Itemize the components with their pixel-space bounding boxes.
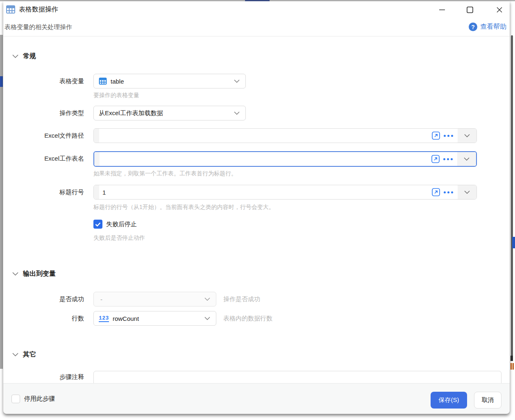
- chevron-down-icon: [204, 317, 210, 320]
- check-icon: [95, 222, 101, 227]
- cancel-button[interactable]: 取消: [474, 392, 501, 409]
- ellipsis-icon: [447, 191, 449, 193]
- ellipsis-icon: [444, 191, 446, 193]
- label-excel-file-path: Excel文件路径: [3, 128, 84, 143]
- chevron-down-icon: [12, 54, 18, 58]
- success-variable-value: -: [100, 296, 102, 303]
- maximize-icon: [466, 6, 474, 14]
- section-header-output[interactable]: 输出到变量: [12, 270, 56, 278]
- label-table-variable: 表格变量: [3, 74, 84, 89]
- footer-buttons: 保存(S) 取消: [431, 392, 501, 409]
- ellipsis-icon: [447, 158, 449, 160]
- more-options-button[interactable]: [444, 135, 453, 137]
- help-link[interactable]: 查看帮助: [469, 23, 506, 31]
- titlebar: 表格数据操作: [3, 1, 510, 19]
- ellipsis-icon: [451, 191, 453, 193]
- disable-step-label: 停用此步骤: [24, 395, 55, 403]
- label-excel-sheet-name: Excel工作表名: [3, 151, 84, 166]
- background-fragment: [510, 363, 514, 370]
- table-variable-value: table: [111, 78, 124, 85]
- chevron-down-icon: [464, 157, 470, 161]
- more-options-button[interactable]: [443, 158, 453, 160]
- dropdown-toggle[interactable]: [458, 185, 476, 199]
- input-prefix: [94, 152, 100, 166]
- background-fragment: [0, 76, 3, 87]
- chevron-down-icon: [12, 353, 18, 356]
- open-expression-button[interactable]: [432, 188, 440, 196]
- chevron-down-icon: [12, 272, 18, 276]
- dialog-footer: 停用此步骤 保存(S) 取消: [3, 383, 510, 414]
- open-expression-button[interactable]: [432, 132, 440, 140]
- row-count-variable-value: rowCount: [113, 315, 139, 322]
- screen: 表格数据操作 表格变量的相关处理操作 查看帮助: [0, 0, 515, 420]
- hint-header-row-number: 标题行的行号（从1开始）。当前面有表头之类的内容时，行号会变大。: [93, 203, 275, 211]
- table-icon: [99, 77, 107, 85]
- close-button[interactable]: [492, 3, 507, 17]
- section-title: 输出到变量: [23, 270, 56, 278]
- chevron-down-icon: [204, 297, 210, 301]
- section-header-other[interactable]: 其它: [12, 350, 36, 359]
- label-operation-type: 操作类型: [3, 106, 84, 120]
- excel-file-path-input[interactable]: [93, 128, 477, 143]
- chevron-down-icon: [234, 111, 240, 115]
- ellipsis-icon: [451, 158, 453, 160]
- external-link-icon: [431, 155, 440, 163]
- more-options-button[interactable]: [444, 191, 453, 193]
- success-variable-select[interactable]: -: [93, 292, 216, 306]
- input-prefix: [94, 129, 99, 143]
- help-link-label: 查看帮助: [480, 23, 506, 31]
- dialog-subtitle: 表格变量的相关处理操作: [5, 23, 72, 31]
- hint-row-count: 表格内的数据行数: [223, 311, 272, 326]
- open-expression-button[interactable]: [431, 155, 440, 163]
- dropdown-toggle[interactable]: [457, 152, 476, 166]
- vertical-scrollbar[interactable]: [511, 35, 513, 360]
- close-icon: [496, 7, 503, 13]
- chevron-down-icon: [234, 79, 240, 83]
- table-icon: [6, 5, 16, 14]
- background-fragment: [512, 237, 515, 248]
- section-title: 其它: [23, 350, 36, 359]
- divider: [3, 36, 510, 36]
- chevron-down-icon: [464, 191, 470, 194]
- minimize-icon: [439, 7, 445, 13]
- dialog-table-data-operation: 表格数据操作 表格变量的相关处理操作 查看帮助: [3, 1, 510, 414]
- maximize-button[interactable]: [463, 3, 477, 17]
- label-step-comment: 步骤注释: [3, 370, 84, 384]
- hint-success: 操作是否成功: [223, 292, 260, 306]
- input-prefix: [94, 185, 99, 199]
- section-header-general[interactable]: 常规: [12, 52, 36, 61]
- window-title: 表格数据操作: [19, 5, 58, 14]
- disable-step-checkbox[interactable]: [11, 395, 20, 403]
- stop-on-fail-checkbox[interactable]: [93, 220, 102, 229]
- row-count-variable-select[interactable]: 123 rowCount: [93, 311, 216, 326]
- save-button[interactable]: 保存(S): [431, 392, 467, 409]
- ellipsis-icon: [444, 135, 446, 137]
- background-window-edge-left: [0, 35, 3, 369]
- table-variable-select[interactable]: table: [93, 74, 246, 89]
- number-type-icon: 123: [99, 315, 109, 322]
- ellipsis-icon: [443, 158, 445, 160]
- header-row-number-value: 1: [99, 189, 432, 196]
- hint-table-variable: 要操作的表格变量: [93, 91, 139, 99]
- minimize-button[interactable]: [435, 3, 449, 17]
- background-fragment: [510, 356, 513, 361]
- hint-excel-sheet-name: 如果未指定，则取第一个工作表。工作表首行为标题行。: [93, 169, 237, 177]
- chevron-down-icon: [464, 134, 470, 137]
- external-link-icon: [432, 188, 440, 196]
- stop-on-fail-label: 失败后停止: [106, 220, 137, 228]
- hint-stop-on-fail: 失败后是否停止动作: [93, 234, 145, 242]
- excel-sheet-name-input[interactable]: [93, 151, 477, 167]
- external-link-icon: [432, 132, 440, 140]
- ellipsis-icon: [447, 135, 449, 137]
- help-icon: [469, 23, 477, 31]
- header-row-number-input[interactable]: 1: [93, 185, 477, 200]
- operation-type-select[interactable]: 从Excel工作表加载数据: [93, 106, 246, 120]
- operation-type-value: 从Excel工作表加载数据: [99, 109, 163, 117]
- dropdown-toggle[interactable]: [458, 129, 476, 143]
- label-header-row-number: 标题行号: [3, 185, 84, 200]
- ellipsis-icon: [451, 135, 453, 137]
- label-success: 是否成功: [3, 292, 84, 306]
- label-row-count: 行数: [3, 311, 84, 326]
- stop-on-fail-row: 失败后停止: [93, 220, 137, 229]
- section-title: 常规: [23, 52, 36, 61]
